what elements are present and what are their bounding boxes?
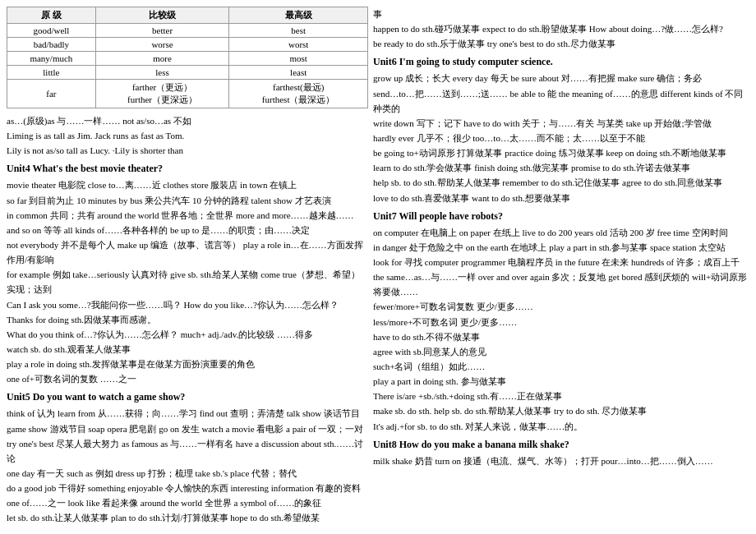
unit6-line: learn to do sth.学会做某事 finish doing sth.做…: [373, 160, 749, 175]
be-ready-line: be ready to do sth.乐于做某事 try one's best …: [373, 36, 749, 51]
unit8-line: milk shake 奶昔 turn on 接通（电流、煤气、水等）；打开 po…: [373, 453, 749, 468]
table-cell: worse: [95, 38, 229, 52]
unit5-line: one of……之一 look like 看起来像 around the wor…: [7, 495, 368, 510]
unit4-line: movie theater 电影院 close to…离……近 clothes …: [7, 177, 368, 192]
comparison-table: 原 级 比较级 最高级 good/wellbetterbestbad/badly…: [7, 7, 368, 108]
unit4-line: play a role in doing sth.发挥做某事是在做某方面扮演重要…: [7, 357, 368, 371]
unit6-content: grow up 成长；长大 every day 每天 be sure about…: [373, 71, 749, 205]
table-cell: better: [95, 24, 229, 38]
unit5-line: do a good job 干得好 something enjoyable 令人…: [7, 481, 368, 495]
unit7-title: Unit7 Will people have robots?: [373, 210, 749, 223]
unit7-line: on computer 在电脑上 on paper 在纸上 live to do…: [373, 225, 749, 240]
example-line-2: Lily is not as/so tall as Lucy. ·Lily is…: [7, 143, 368, 158]
unit5-title: Unit5 Do you want to watch a game show?: [7, 391, 368, 403]
unit7-line: such+名词（组组）如此……: [373, 359, 749, 374]
unit7-line: agree with sb.同意某人的意见: [373, 344, 749, 359]
unit4-line: Can I ask you some…?我能问你一些……吗？ How do yo…: [7, 297, 368, 312]
unit5-line: try one's best 尽某人最大努力 as famous as 与……一…: [7, 436, 368, 466]
unit6-line: hardly ever 几乎不；很少 too…to…太……而不能；太……以至于不…: [373, 131, 749, 145]
unit4-content: movie theater 电影院 close to…离……近 clothes …: [7, 177, 368, 386]
table-cell: worst: [229, 38, 368, 52]
unit8-title: Unit8 How do you make a banana milk shak…: [373, 439, 749, 451]
unit4-line: watch sb. do sth.观看某人做某事: [7, 342, 368, 357]
unit8-content: milk shake 奶昔 turn on 接通（电流、煤气、水等）；打开 po…: [373, 453, 749, 468]
unit5-line: game show 游戏节目 soap opera 肥皂剧 go on 发生 w…: [7, 421, 368, 436]
unit6-line: grow up 成长；长大 every day 每天 be sure about…: [373, 71, 749, 85]
unit7-line: have to do sth.不得不做某事: [373, 329, 749, 344]
unit4-line: one of+可数名词的复数 ……之一: [7, 371, 368, 386]
unit7-line: in danger 处于危险之中 on the earth 在地球上 play …: [373, 240, 749, 255]
unit6-line: write down 写下；记下 have to do with 关于；与……有…: [373, 116, 749, 131]
unit7-line: look for 寻找 computer programmer 电脑程序员 in…: [373, 255, 749, 269]
table-header-2: 比较级: [95, 7, 229, 24]
unit7-line: the same…as…与……一样 over and over again 多次…: [373, 269, 749, 299]
table-cell: less: [95, 66, 229, 80]
page-container: 原 级 比较级 最高级 good/wellbetterbestbad/badly…: [0, 0, 756, 534]
right-end-line: 事: [373, 7, 749, 21]
unit7-line: It's adj.+for sb. to do sth. 对某人来说，做某事………: [373, 419, 749, 434]
unit6-line: be going to+动词原形 打算做某事 practice doing 练习…: [373, 145, 749, 160]
example-line-1: Liming is as tall as Jim. Jack runs as f…: [7, 128, 368, 143]
unit5-line: think of 认为 learn from 从……获得；向……学习 find …: [7, 406, 368, 421]
unit4-line: so far 到目前为止 10 minutes by bus 乘公共汽车 10 …: [7, 193, 368, 208]
unit5-line: one day 有一天 such as 例如 dress up 打扮；梳理 ta…: [7, 466, 368, 481]
table-cell: more: [95, 52, 229, 66]
unit4-line: and so on 等等 all kinds of……各种各样的 be up t…: [7, 223, 368, 237]
happen-line: happen to do sth.碰巧做某事 expect to do sth.…: [373, 21, 749, 36]
unit7-line: fewer/more+可数名词复数 更少/更多……: [373, 299, 749, 314]
unit4-line: Thanks for doing sth.因做某事而感谢。: [7, 312, 368, 327]
unit7-line: play a part in doing sth. 参与做某事: [373, 374, 749, 389]
unit7-content: on computer 在电脑上 on paper 在纸上 live to do…: [373, 225, 749, 434]
unit4-line: for example 例如 take…seriously 认真对待 give …: [7, 267, 368, 297]
unit4-line: not everybody 并不是每个人 make up 编造（故事、谎言等） …: [7, 237, 368, 267]
table-cell: bad/badly: [7, 38, 96, 52]
table-cell: far: [7, 80, 96, 108]
table-header-1: 原 级: [7, 7, 96, 24]
table-header-3: 最高级: [229, 7, 368, 24]
right-column: 事 happen to do sth.碰巧做某事 expect to do st…: [373, 7, 749, 527]
unit4-line: in common 共同；共有 around the world 世界各地；全世…: [7, 208, 368, 223]
table-cell: most: [229, 52, 368, 66]
unit7-line: make sb. do sth. help sb. do sth.帮助某人做某事…: [373, 403, 749, 418]
unit5-content: think of 认为 learn from 从……获得；向……学习 find …: [7, 406, 368, 525]
table-cell: many/much: [7, 52, 96, 66]
unit6-title: Unit6 I'm going to study computer scienc…: [373, 56, 749, 68]
unit6-line: send…to…把……送到……;送…… be able to 能 the mea…: [373, 86, 749, 116]
unit4-title: Unit4 What's the best movie theater?: [7, 163, 368, 175]
unit5-line: let sb. do sth.让某人做某事 plan to do sth.计划/…: [7, 510, 368, 525]
table-cell: least: [229, 66, 368, 80]
as-note: as…(原级)as 与……一样…… not as/so…as 不如: [7, 113, 368, 128]
unit6-line: help sb. to do sth.帮助某人做某事 remember to d…: [373, 175, 749, 190]
table-cell: best: [229, 24, 368, 38]
table-cell: farthest(最远) furthest（最深远）: [229, 80, 368, 108]
unit6-line: love to do sth.喜爱做某事 want to do sth.想要做某…: [373, 191, 749, 205]
table-cell: good/well: [7, 24, 96, 38]
table-cell: farther（更远） further（更深远）: [95, 80, 229, 108]
table-cell: little: [7, 66, 96, 80]
unit7-line: There is/are +sb./sth.+doing sth.有……正在做某…: [373, 389, 749, 403]
unit4-line: What do you think of…?你认为……怎么样？ much+ ad…: [7, 327, 368, 342]
left-column: 原 级 比较级 最高级 good/wellbetterbestbad/badly…: [7, 7, 368, 527]
unit7-line: less/more+不可数名词 更少/更多……: [373, 315, 749, 329]
